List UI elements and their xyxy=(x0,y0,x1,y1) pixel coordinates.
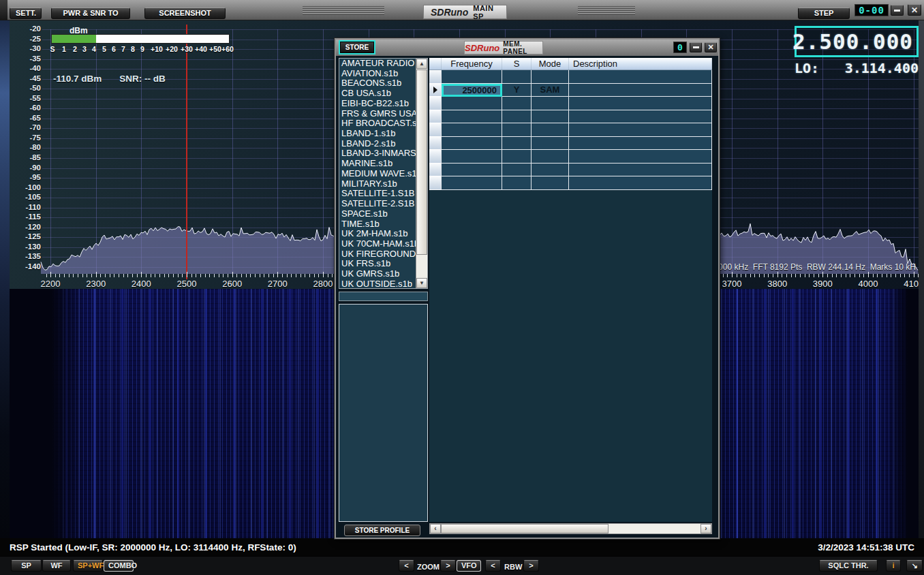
close-button[interactable]: ✕ xyxy=(908,4,921,16)
squelch-threshold-button[interactable]: SQLC THR. xyxy=(819,560,878,572)
bank-file-item[interactable]: LBAND-2.s1b xyxy=(339,139,416,149)
cell-mode[interactable]: SAM xyxy=(532,84,569,97)
memory-table-row[interactable]: 2500000YSAM xyxy=(429,84,712,97)
cell-s[interactable] xyxy=(502,176,532,190)
column-header-description[interactable]: Description xyxy=(569,58,712,70)
cell-mode[interactable] xyxy=(532,70,569,84)
memory-table-hscrollbar[interactable]: ‹ › xyxy=(429,523,712,534)
row-selector-cell[interactable] xyxy=(429,84,442,97)
memory-table-row[interactable] xyxy=(429,137,712,151)
zoom-out-button[interactable]: < xyxy=(399,560,414,572)
memory-panel-window[interactable]: STORE SDRuno MEM. PANEL 0 ✕ AMATEUR RADI… xyxy=(334,37,720,540)
scrollbar-thumb[interactable] xyxy=(416,69,427,255)
row-selector-cell[interactable] xyxy=(429,164,442,177)
cell-s[interactable] xyxy=(502,97,532,110)
cell-s[interactable] xyxy=(502,164,532,177)
cell-mode[interactable] xyxy=(532,123,569,137)
tune-cursor[interactable] xyxy=(186,25,187,279)
bank-file-item[interactable]: UK 2M-HAM.s1b xyxy=(339,229,416,239)
bank-file-item[interactable]: AMATEUR RADIO U xyxy=(339,59,416,69)
bank-file-item[interactable]: FRS & GMRS USA.s xyxy=(339,109,416,119)
pwr-snr-csv-button[interactable]: PWR & SNR TO CSV xyxy=(51,7,130,19)
screenshot-button[interactable]: SCREENSHOT xyxy=(144,7,226,19)
cell-s[interactable] xyxy=(502,70,532,84)
column-header-frequency[interactable]: Frequency xyxy=(442,58,502,70)
sp-wf-view-button[interactable]: SP+WF xyxy=(73,560,103,572)
bank-file-item[interactable]: LBAND-3-INMARSA xyxy=(339,149,416,159)
vfo-button[interactable]: VFO xyxy=(457,560,481,572)
cell-mode[interactable] xyxy=(532,150,569,164)
bank-file-item[interactable]: SATELLITE-2.S1B xyxy=(339,199,416,209)
scroll-left-icon[interactable]: ‹ xyxy=(430,524,441,533)
bank-file-item[interactable]: MILITARY.s1b xyxy=(339,179,416,189)
bank-file-item[interactable]: HF BROADCAST.s1 xyxy=(339,119,416,129)
bank-file-item[interactable]: MEDIUM WAVE.s1b xyxy=(339,169,416,179)
cell-s[interactable] xyxy=(502,150,532,164)
cell-frequency[interactable] xyxy=(442,176,502,190)
cell-frequency[interactable] xyxy=(442,164,502,177)
memory-table-row[interactable] xyxy=(429,123,712,137)
cell-frequency[interactable]: 2500000 xyxy=(442,84,502,97)
memory-table-row[interactable] xyxy=(429,110,712,124)
bank-file-item[interactable]: UK OUTSIDE.s1b xyxy=(339,279,416,289)
combo-view-button[interactable]: COMBO xyxy=(104,560,134,572)
row-selector-cell[interactable] xyxy=(429,137,442,151)
cell-description[interactable] xyxy=(569,123,712,137)
column-header-s[interactable]: S xyxy=(502,58,532,70)
cell-mode[interactable] xyxy=(532,97,569,110)
bank-file-item[interactable]: UK 70CM-HAM.s1b xyxy=(339,239,416,249)
cell-description[interactable] xyxy=(569,97,712,110)
memory-table-row[interactable] xyxy=(429,70,712,84)
cell-description[interactable] xyxy=(569,150,712,164)
cell-mode[interactable] xyxy=(532,137,569,151)
cell-s[interactable] xyxy=(502,110,532,124)
cell-frequency[interactable] xyxy=(442,97,502,110)
sp-view-button[interactable]: SP xyxy=(11,560,42,572)
cell-description[interactable] xyxy=(569,176,712,190)
memory-close-button[interactable]: ✕ xyxy=(705,42,717,52)
memory-table-row[interactable] xyxy=(429,176,712,190)
cell-s[interactable]: Y xyxy=(502,84,532,97)
row-selector-cell[interactable] xyxy=(429,150,442,164)
row-selector-cell[interactable] xyxy=(429,110,442,124)
bank-file-item[interactable]: MARINE.s1b xyxy=(339,159,416,169)
store-profile-button[interactable]: STORE PROFILE xyxy=(344,525,420,536)
row-selector-cell[interactable] xyxy=(429,97,442,110)
cell-mode[interactable] xyxy=(532,164,569,177)
cell-mode[interactable] xyxy=(532,176,569,190)
info-button[interactable]: i xyxy=(886,560,901,572)
bank-file-item[interactable]: UK FIREGROUND.s xyxy=(339,249,416,260)
minimize-button[interactable] xyxy=(891,5,904,16)
collapse-arrow-button[interactable]: ↘ xyxy=(906,560,923,572)
step-lock-button[interactable]: STEP LOCK xyxy=(798,7,850,19)
memory-panel-titlebar[interactable]: STORE SDRuno MEM. PANEL 0 ✕ xyxy=(336,40,718,56)
vfo-frequency-display[interactable]: 2.500.000 xyxy=(795,26,919,57)
s-meter[interactable] xyxy=(51,34,230,44)
bank-file-item[interactable]: UK FRS.s1b xyxy=(339,259,416,269)
bank-file-item[interactable]: CB USA.s1b xyxy=(339,89,416,99)
row-selector-cell[interactable] xyxy=(429,70,442,84)
memory-minimize-button[interactable] xyxy=(690,42,702,52)
cell-description[interactable] xyxy=(569,70,712,84)
memory-table-row[interactable] xyxy=(429,150,712,164)
row-selector-cell[interactable] xyxy=(429,123,442,137)
scroll-right-icon[interactable]: › xyxy=(700,524,711,533)
store-button[interactable]: STORE xyxy=(340,42,374,53)
hscrollbar-thumb[interactable] xyxy=(441,524,609,533)
cell-description[interactable] xyxy=(569,110,712,124)
memory-table-row[interactable] xyxy=(429,97,712,110)
bank-file-item[interactable]: SPACE.s1b xyxy=(339,209,416,219)
cell-frequency[interactable] xyxy=(442,150,502,164)
scroll-up-icon[interactable]: ▲ xyxy=(416,59,427,69)
bank-file-item[interactable]: EIBI-BC-B22.s1b xyxy=(339,99,416,109)
cell-s[interactable] xyxy=(502,137,532,151)
cell-frequency[interactable] xyxy=(442,70,502,84)
cell-s[interactable] xyxy=(502,123,532,137)
scroll-down-icon[interactable]: ▼ xyxy=(416,278,427,288)
bank-file-item[interactable]: SATELLITE-1.S1B xyxy=(339,189,416,199)
zoom-in-button[interactable]: > xyxy=(440,560,456,572)
wf-view-button[interactable]: WF xyxy=(42,560,71,572)
cell-description[interactable] xyxy=(569,137,712,151)
cell-description[interactable] xyxy=(569,84,712,97)
row-selector-cell[interactable] xyxy=(429,176,442,190)
